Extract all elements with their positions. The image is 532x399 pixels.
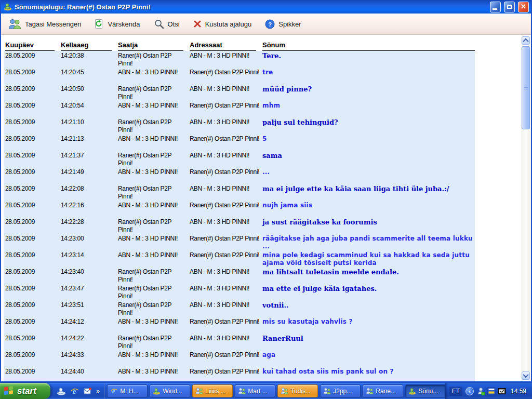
cell-recipient: Raner(#) Ostan P2P Pinni!: [190, 202, 262, 217]
taskbar-button[interactable]: Liiiiis ...: [192, 384, 233, 397]
svg-text:?: ?: [268, 21, 272, 27]
quicklaunch-outlook-quick-icon[interactable]: [83, 387, 92, 395]
cell-time: 14:23:00: [61, 235, 118, 250]
taskbar-button[interactable]: J2pp...: [320, 384, 361, 397]
toolbar-button-search[interactable]: Otsi: [154, 19, 180, 29]
cell-time: 14:24:22: [61, 335, 118, 350]
vertical-scrollbar[interactable]: [521, 36, 530, 380]
restore-button[interactable]: [504, 2, 515, 12]
cell-time: 14:21:37: [61, 152, 118, 167]
cell-sender: ABN - M : 3 HD PINNI!: [118, 202, 190, 217]
start-button[interactable]: start: [0, 383, 50, 399]
remote-desktop-tray-icon[interactable]: [498, 387, 506, 395]
column-header-sender[interactable]: Saatja: [118, 41, 190, 51]
message-history-icon: [4, 3, 12, 11]
message-row[interactable]: 28.05.200914:23:00ABN - M : 3 HD PINNI!R…: [4, 234, 475, 250]
message-row[interactable]: 28.05.200914:20:45ABN - M : 3 HD PINNI!R…: [4, 68, 475, 84]
cell-sender: ABN - M : 3 HD PINNI!: [118, 69, 190, 84]
cell-message: ...: [262, 168, 475, 184]
window-title: Sõnumiajalugu: Raner(#) Ostan P2P Pinni!: [15, 3, 487, 11]
windows-flag-icon: [4, 386, 14, 396]
message-row[interactable]: 28.05.200914:21:10Raner(#) Ostan P2P Pin…: [4, 117, 475, 134]
message-row[interactable]: 28.05.200914:24:22Raner(#) Ostan P2P Pin…: [4, 334, 475, 350]
quicklaunch-overflow-chevron[interactable]: »: [96, 387, 100, 395]
toolbar-button-back-to-messenger[interactable]: Tagasi Messengeri: [8, 19, 81, 29]
message-row[interactable]: 28.05.200914:23:47Raner(#) Ostan P2P Pin…: [4, 284, 475, 300]
cell-date: 28.05.2009: [5, 69, 61, 84]
cell-message: mina pole kedagi scamminud kui sa hakkad…: [262, 251, 475, 267]
taskbar-button[interactable]: Rane...: [363, 384, 403, 397]
column-header-message[interactable]: Sõnum: [262, 41, 475, 51]
help-icon: ?: [265, 19, 275, 29]
column-header-date[interactable]: Kuupäev: [5, 41, 61, 51]
message-row[interactable]: 28.05.200914:20:54ABN - M : 3 HD PINNI!R…: [4, 101, 475, 117]
taskbar-button[interactable]: Wind...: [150, 384, 190, 397]
message-row[interactable]: 28.05.200914:24:12ABN - M : 3 HD PINNI!R…: [4, 317, 475, 334]
message-row[interactable]: 28.05.200914:24:33ABN - M : 3 HD PINNI!R…: [4, 350, 475, 367]
cell-time: 14:24:12: [61, 318, 118, 334]
cell-date: 28.05.2009: [5, 285, 61, 300]
history-content: KuupäevKellaaegSaatjaAdressaatSõnum 28.0…: [1, 35, 531, 381]
cell-date: 28.05.2009: [5, 235, 61, 250]
toolbar-button-refresh[interactable]: Värskenda: [95, 19, 140, 29]
toolbar-button-delete-history[interactable]: Kustuta ajalugu: [193, 20, 252, 28]
ie-icon: e: [110, 387, 118, 395]
column-header-time[interactable]: Kellaaeg: [61, 41, 118, 51]
cell-message: sama: [262, 152, 475, 167]
message-row[interactable]: 28.05.200914:23:14ABN - M : 3 HD PINNI!R…: [4, 250, 475, 267]
toolbar-label-delete-history: Kustuta ajalugu: [205, 20, 252, 28]
taskbar-button[interactable]: Tudis...: [277, 384, 318, 397]
message-row[interactable]: 28.05.200914:23:40Raner(#) Ostan P2P Pin…: [4, 267, 475, 284]
quicklaunch-ie-quick-icon[interactable]: e: [70, 387, 79, 395]
search-icon: [154, 19, 164, 29]
cell-recipient: ABN - M : 3 HD PINNI!: [190, 85, 262, 101]
message-row[interactable]: 28.05.200914:21:49ABN - M : 3 HD PINNI!R…: [4, 167, 475, 184]
taskbar-button[interactable]: eM: H...: [107, 384, 148, 397]
desktop-screen: Sõnumiajalugu: Raner(#) Ostan P2P Pinni!…: [0, 0, 532, 399]
message-row[interactable]: 28.05.200914:21:37Raner(#) Ostan P2P Pin…: [4, 151, 475, 167]
minimize-button[interactable]: [490, 2, 501, 12]
scroll-down-button[interactable]: [522, 371, 530, 380]
messenger-buddies-icon: [8, 19, 21, 29]
cell-sender: Raner(#) Ostan P2P Pinni!: [118, 185, 190, 201]
cell-date: 28.05.2009: [5, 251, 61, 267]
svg-text:e: e: [73, 387, 76, 395]
message-row[interactable]: 28.05.200914:20:50Raner(#) Ostan P2P Pin…: [4, 84, 475, 101]
alert-tray-icon[interactable]: [487, 387, 496, 395]
message-row[interactable]: 28.05.200914:22:08Raner(#) Ostan P2P Pin…: [4, 184, 475, 201]
cell-recipient: ABN - M : 3 HD PINNI!: [190, 185, 262, 201]
taskbar-button[interactable]: Mart ...: [235, 384, 275, 397]
message-row[interactable]: 28.05.200914:21:13ABN - M : 3 HD PINNI!R…: [4, 134, 475, 151]
cell-sender: Raner(#) Ostan P2P Pinni!: [118, 301, 190, 317]
message-row[interactable]: 28.05.200914:22:16ABN - M : 3 HD PINNI!R…: [4, 201, 475, 217]
toolbar-button-help[interactable]: ?Spikker: [265, 19, 301, 29]
column-header-recipient[interactable]: Adressaat: [190, 41, 262, 51]
taskbar-button[interactable]: Sõnu...: [405, 384, 446, 397]
scrollbar-thumb[interactable]: [522, 46, 530, 129]
message-row[interactable]: 28.05.200914:20:38Raner(#) Ostan P2P Pin…: [4, 51, 475, 68]
message-row[interactable]: 28.05.200914:24:40ABN - M : 3 HD PINNI!R…: [4, 367, 475, 381]
quicklaunch-messenger-quick-icon[interactable]: [57, 387, 66, 395]
message-list: 28.05.200914:20:38Raner(#) Ostan P2P Pin…: [4, 51, 475, 381]
cell-message: 5: [262, 135, 475, 151]
cell-recipient: Raner(#) Ostan P2P Pinni!: [190, 318, 262, 334]
cell-date: 28.05.2009: [5, 202, 61, 217]
cell-time: 14:20:54: [61, 102, 118, 117]
close-button[interactable]: ✕: [518, 2, 529, 12]
task-buttons: eM: H...Wind...Liiiiis ...Mart ...Tudis.…: [104, 383, 444, 399]
cell-message: mis su kasutaja vahvlis ?: [262, 318, 475, 334]
message-row[interactable]: 28.05.200914:23:51Raner(#) Ostan P2P Pin…: [4, 300, 475, 317]
language-indicator[interactable]: ET: [449, 387, 462, 396]
message-row[interactable]: 28.05.200914:22:28Raner(#) Ostan P2P Pin…: [4, 217, 475, 234]
cell-time: 14:23:14: [61, 251, 118, 267]
taskbar-button-label: J2pp...: [333, 388, 352, 395]
cell-message: kui tahad osta siis mis pank sul on ?: [262, 368, 475, 381]
scroll-up-button[interactable]: [522, 36, 530, 45]
cell-sender: ABN - M : 3 HD PINNI!: [118, 368, 190, 381]
msn-tray-icon[interactable]: [477, 387, 485, 395]
tray-collapse-button[interactable]: ‹: [466, 387, 474, 395]
cell-recipient: ABN - M : 3 HD PINNI!: [190, 335, 262, 350]
cell-time: 14:22:16: [61, 202, 118, 217]
taskbar: start e» eM: H...Wind...Liiiiis ...Mart …: [0, 383, 532, 399]
cell-sender: ABN - M : 3 HD PINNI!: [118, 235, 190, 250]
